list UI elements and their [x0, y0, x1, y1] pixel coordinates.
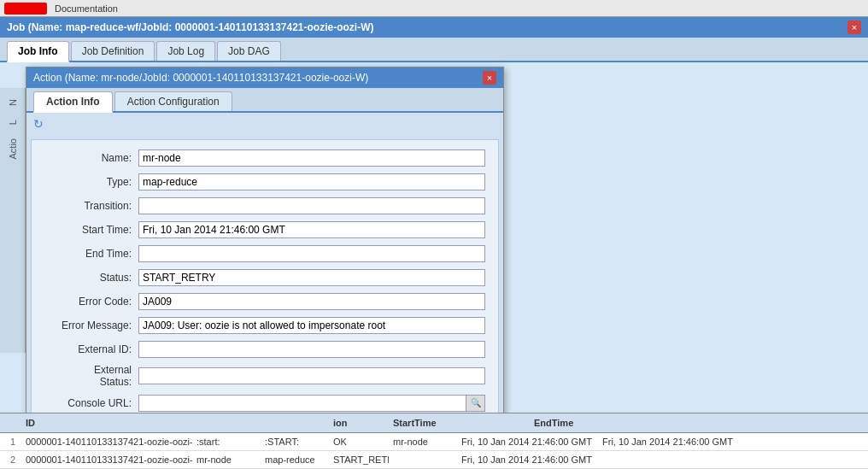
tab-action-info[interactable]: Action Info [33, 91, 113, 113]
browser-title: Documentation [55, 3, 118, 14]
sidebar-item-actio: Actio [6, 132, 20, 166]
refresh-bar: ↻ [26, 113, 503, 135]
field-type-row: Type: [44, 173, 485, 191]
row-2-starttime: Fri, 10 Jan 2014 21:46:00 GMT [457, 453, 598, 466]
field-name-input[interactable] [138, 149, 485, 167]
field-console-url-input[interactable] [138, 395, 466, 412]
search-icon: 🔍 [471, 398, 481, 407]
refresh-icon[interactable]: ↻ [33, 117, 44, 131]
action-title-bar: Action (Name: mr-node/JobId: 0000001-140… [26, 67, 503, 88]
table-header: ID ion StartTime EndTime [0, 413, 868, 433]
tab-job-log[interactable]: Job Log [156, 41, 215, 61]
content-area: N L Actio Action (Name: mr-node/JobId: 0… [0, 62, 868, 438]
sidebar-item-l: L [6, 113, 20, 132]
field-name-row: Name: [44, 149, 485, 167]
field-error-message-row: Error Message: [44, 316, 485, 335]
row-2-endtime [598, 458, 739, 461]
row-2-col2: mr-node [192, 453, 261, 466]
field-external-id-label: External ID: [44, 343, 138, 355]
table-row[interactable]: 1 0000001-140110133137421-oozie-oozi-W@.… [0, 433, 868, 451]
field-transition-row: Transition: [44, 196, 485, 215]
action-tab-bar: Action Info Action Configuration [26, 88, 503, 113]
field-start-time-input[interactable] [138, 221, 485, 238]
tab-job-info[interactable]: Job Info [7, 41, 69, 62]
field-external-status-input[interactable] [138, 367, 485, 384]
field-end-time-row: End Time: [44, 244, 485, 263]
job-title-bar: Job (Name: map-reduce-wf/JobId: 0000001-… [0, 17, 868, 38]
col-num-header [4, 416, 21, 430]
console-url-field-group: 🔍 [138, 395, 485, 412]
browser-bar: Documentation [0, 0, 868, 17]
field-external-status-label: ExternalStatus: [44, 364, 138, 389]
job-tab-bar: Job Info Job Definition Job Log Job DAG [0, 38, 868, 62]
left-sidebar: N L Actio [0, 88, 26, 353]
col-type-header [261, 416, 329, 430]
job-close-button[interactable]: × [847, 21, 861, 34]
row-1-id: 0000001-140110133137421-oozie-oozi-W@... [21, 435, 192, 448]
col-status-header: ion [329, 416, 389, 430]
row-1-col2: :start: [192, 435, 261, 448]
field-name-label: Name: [44, 152, 138, 164]
field-type-label: Type: [44, 176, 138, 188]
action-title: Action (Name: mr-node/JobId: 0000001-140… [33, 72, 368, 84]
field-status-label: Status: [44, 272, 138, 284]
field-error-message-label: Error Message: [44, 320, 138, 331]
row-2-col4: START_RETRY [329, 453, 389, 466]
browser-logo [4, 3, 47, 15]
col-name-header [192, 416, 261, 430]
field-console-url-label: Console URL: [44, 397, 138, 409]
col-starttime-header: StartTime [389, 416, 530, 430]
field-error-code-input[interactable] [138, 293, 485, 310]
field-start-time-row: Start Time: [44, 220, 485, 239]
field-transition-label: Transition: [44, 200, 138, 212]
field-end-time-label: End Time: [44, 248, 138, 260]
col-endtime-header: EndTime [530, 416, 671, 430]
action-dialog: Action (Name: mr-node/JobId: 0000001-140… [26, 67, 504, 456]
field-transition-input[interactable] [138, 197, 485, 214]
field-type-input[interactable] [138, 173, 485, 191]
field-error-message-input[interactable] [138, 317, 485, 334]
field-external-id-row: External ID: [44, 340, 485, 359]
field-external-id-input[interactable] [138, 341, 485, 358]
row-2-num: 2 [4, 453, 21, 466]
row-1-endtime: Fri, 10 Jan 2014 21:46:00 GMT [598, 435, 739, 448]
job-title: Job (Name: map-reduce-wf/JobId: 0000001-… [7, 21, 373, 33]
tab-action-configuration[interactable]: Action Configuration [114, 91, 232, 111]
row-1-col5: mr-node [389, 435, 457, 448]
field-status-input[interactable] [138, 269, 485, 286]
field-status-row: Status: [44, 268, 485, 287]
field-end-time-input[interactable] [138, 245, 485, 262]
row-1-col4: OK [329, 435, 389, 448]
row-1-starttime: Fri, 10 Jan 2014 21:46:00 GMT [457, 435, 598, 448]
sidebar-item-n: N [6, 92, 20, 113]
action-close-button[interactable]: × [483, 71, 496, 85]
console-url-search-button[interactable]: 🔍 [466, 395, 485, 412]
row-1-col3: :START: [261, 435, 329, 448]
tab-job-definition[interactable]: Job Definition [71, 41, 155, 61]
bottom-table: ID ion StartTime EndTime 1 0000001-14011… [0, 413, 868, 469]
row-2-col3: map-reduce [261, 453, 329, 466]
row-2-id: 0000001-140110133137421-oozie-oozi-W@... [21, 453, 192, 466]
field-console-url-row: Console URL: 🔍 [44, 394, 485, 413]
action-form: Name: Type: Transition: Start Time: [31, 139, 499, 451]
field-error-code-label: Error Code: [44, 296, 138, 308]
field-start-time-label: Start Time: [44, 224, 138, 236]
col-id-header: ID [21, 416, 192, 430]
tab-job-dag[interactable]: Job DAG [217, 41, 281, 61]
main-window: Job (Name: map-reduce-wf/JobId: 0000001-… [0, 17, 868, 469]
row-1-num: 1 [4, 435, 21, 448]
field-external-status-row: ExternalStatus: [44, 364, 485, 389]
row-2-col5 [389, 458, 457, 461]
table-row[interactable]: 2 0000001-140110133137421-oozie-oozi-W@.… [0, 451, 868, 469]
field-error-code-row: Error Code: [44, 292, 485, 311]
